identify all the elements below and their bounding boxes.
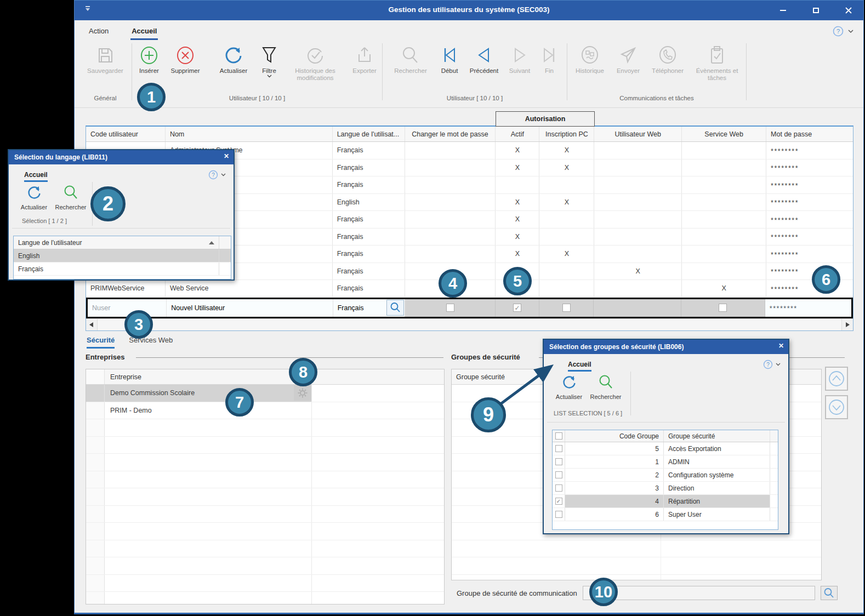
entreprise-row[interactable]: Demo Commission Scolaire <box>86 385 444 402</box>
scroll-left-icon[interactable] <box>86 319 97 330</box>
mot-de-passe-cell[interactable]: ******** <box>765 299 851 317</box>
inserer-button[interactable]: Insérer <box>132 42 166 75</box>
next-icon <box>510 43 530 67</box>
langue-cell[interactable]: Français <box>333 299 405 317</box>
column-header-actif[interactable]: Actif <box>496 127 539 141</box>
column-header-service-web[interactable]: Service Web <box>682 127 766 141</box>
list-item[interactable]: Français <box>14 263 231 276</box>
list-item[interactable]: 1ADMIN <box>553 455 778 469</box>
column-header-inscription-pc[interactable]: Inscription PC <box>539 127 594 141</box>
scrollbar-track[interactable] <box>97 319 842 330</box>
tab-accueil[interactable]: Accueil <box>130 25 158 40</box>
help-icon[interactable]: ? <box>208 170 226 180</box>
table-row[interactable]: PRIMWebServiceWeb ServiceFrançaisX******… <box>86 280 853 298</box>
fin-button: Fin <box>536 42 562 75</box>
list-item[interactable]: 3Direction <box>553 482 778 495</box>
move-down-button[interactable] <box>825 395 848 419</box>
entreprises-section-title: Entreprises <box>86 353 445 361</box>
column-header-utilisateur-web[interactable]: Utilisateur Web <box>594 127 682 141</box>
actualiser-button[interactable]: Actualiser <box>212 42 255 75</box>
callout-badge: 10 <box>589 578 618 606</box>
tab-accueil[interactable]: Accueil <box>568 361 591 372</box>
filter-dropdown-icon[interactable] <box>267 75 272 78</box>
dialog-title: Sélection du langage (LIB011) <box>14 153 107 161</box>
column-header-langue[interactable]: Langue de l'utilisat... <box>333 127 405 141</box>
column-header-mot-de-passe[interactable]: Mot de passe <box>766 127 853 141</box>
language-lookup-button[interactable] <box>386 300 404 316</box>
suivant-button: Suivant <box>503 42 536 75</box>
entreprise-row[interactable]: PRIM - Demo <box>86 402 444 420</box>
search-icon <box>400 43 421 67</box>
comm-group-label: Groupe de sécurité de communication <box>457 589 577 597</box>
rechercher-button: Rechercher <box>387 42 434 75</box>
send-plane-icon <box>618 43 639 67</box>
close-button[interactable] <box>841 3 856 18</box>
nom-cell[interactable]: Nouvel Utilisateur <box>167 299 333 317</box>
window-title: Gestion des utilisateurs du système (SEC… <box>75 5 863 14</box>
group-checkbox[interactable] <box>555 511 562 518</box>
list-item[interactable]: 5Accès Exportation <box>553 442 778 455</box>
tab-accueil[interactable]: Accueil <box>24 171 48 182</box>
historique-modifications-button: Historique des modifications <box>283 42 347 82</box>
telephoner-button: Téléphoner <box>646 42 690 75</box>
comm-group-lookup-button[interactable] <box>821 586 838 600</box>
rechercher-button[interactable]: Rechercher <box>589 374 623 400</box>
sauvegarder-button: Sauvegarder <box>81 42 129 75</box>
horizontal-scrollbar[interactable] <box>86 318 853 330</box>
tab-securite[interactable]: Sécurité <box>87 336 115 349</box>
move-up-button[interactable] <box>825 367 848 391</box>
scroll-right-icon[interactable] <box>842 319 853 330</box>
service-web-checkbox[interactable] <box>719 304 727 312</box>
entreprise-settings-button[interactable] <box>294 385 311 401</box>
help-icon[interactable]: ? <box>833 26 844 37</box>
maximize-button[interactable] <box>809 3 823 18</box>
help-icon[interactable]: ? <box>763 360 781 369</box>
selected-table-row[interactable]: Nuser Nouvel Utilisateur Français ******… <box>86 298 853 318</box>
group-checkbox[interactable] <box>555 471 562 478</box>
previous-icon <box>474 43 494 67</box>
code-cell[interactable]: Nuser <box>88 299 167 317</box>
tab-action[interactable]: Action <box>88 25 110 40</box>
changer-mdp-checkbox[interactable] <box>446 304 454 312</box>
filtre-button[interactable]: Filtre <box>255 42 283 78</box>
export-icon <box>355 43 374 67</box>
list-item[interactable]: 4Répartition <box>553 495 778 508</box>
callout-badge: 5 <box>503 267 532 295</box>
column-header-groupe-securite[interactable]: Groupe sécurité <box>664 430 770 442</box>
group-label: Sélection [ 1 / 2 ] <box>22 218 67 224</box>
group-checkbox[interactable] <box>555 445 562 452</box>
group-checkbox[interactable] <box>555 498 562 505</box>
supprimer-button[interactable]: Supprimer <box>166 42 204 75</box>
list-item[interactable]: English <box>14 249 231 263</box>
column-header-code[interactable]: Code utilisateur <box>86 127 166 141</box>
evenements-taches-button: Évènements et tâches <box>690 42 744 82</box>
actualiser-button[interactable]: Actualiser <box>554 374 584 400</box>
refresh-icon <box>25 184 43 202</box>
group-checkbox[interactable] <box>555 484 562 492</box>
column-header-nom[interactable]: Nom <box>166 127 333 141</box>
ribbon: Action Accueil ? Sauvegarder <box>75 20 863 108</box>
column-header-entreprise[interactable]: Entreprise <box>105 369 312 384</box>
close-icon[interactable]: ✕ <box>224 152 229 160</box>
group-label: Communications et tâches <box>619 94 694 104</box>
minimize-button[interactable] <box>776 3 790 18</box>
insert-plus-icon <box>139 43 160 67</box>
column-header-langue[interactable]: Langue de l'utilisateur <box>14 239 219 247</box>
list-item[interactable]: 6Super User <box>553 508 778 521</box>
actif-checkbox[interactable] <box>513 304 521 312</box>
list-item[interactable]: 2Configuration système <box>553 469 778 482</box>
save-icon <box>95 43 115 67</box>
select-all-checkbox[interactable] <box>555 432 562 440</box>
debut-button[interactable]: Début <box>434 42 465 75</box>
ribbon-collapse-icon[interactable] <box>848 30 853 33</box>
precedent-button[interactable]: Précédent <box>465 42 503 75</box>
callout-badge: 4 <box>439 269 467 298</box>
rechercher-button[interactable]: Rechercher <box>54 184 88 210</box>
group-checkbox[interactable] <box>555 458 562 465</box>
actualiser-button[interactable]: Actualiser <box>19 184 49 210</box>
close-icon[interactable]: ✕ <box>778 342 784 350</box>
phone-icon <box>657 43 679 67</box>
column-header-code-groupe[interactable]: Code Groupe <box>565 430 664 442</box>
column-header-changer-mdp[interactable]: Changer le mot de passe <box>405 127 496 141</box>
inscription-pc-checkbox[interactable] <box>562 304 571 312</box>
